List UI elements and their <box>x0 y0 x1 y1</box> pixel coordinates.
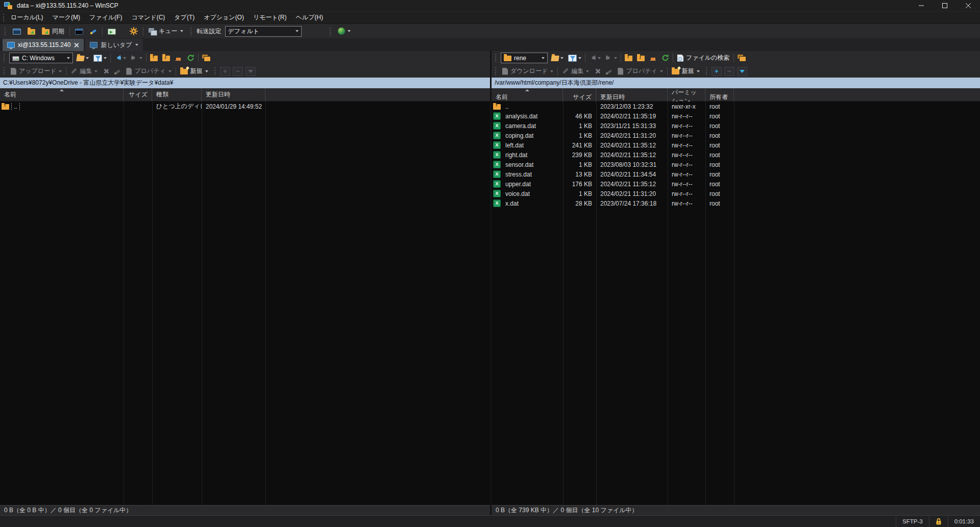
toolbar-grip[interactable] <box>190 28 191 35</box>
panels-layout-button[interactable] <box>11 27 22 36</box>
filter-button[interactable] <box>567 54 582 63</box>
maximize-button[interactable] <box>933 0 957 11</box>
menu-command[interactable]: コマンド(C) <box>127 11 170 24</box>
preferences-button[interactable] <box>128 26 139 36</box>
root-directory-button[interactable] <box>636 54 646 62</box>
home-directory-button[interactable] <box>648 54 658 62</box>
open-directory-button[interactable] <box>550 54 565 62</box>
menu-tab[interactable]: タブ(T) <box>169 11 199 24</box>
sort-ascending-icon <box>525 89 529 91</box>
table-row[interactable]: camera.dat1 KB2023/11/21 15:31:33rw-r--r… <box>492 121 980 131</box>
file-name: camera.dat <box>503 122 538 130</box>
root-directory-button[interactable] <box>161 54 171 62</box>
local-drive-combo[interactable]: C: Windows <box>9 53 73 63</box>
open-directory-button[interactable] <box>76 54 90 62</box>
transfer-settings-combo[interactable]: デフォルト <box>225 26 302 37</box>
table-row[interactable]: ..2023/12/03 1:23:32rwxr-xr-xroot <box>492 102 980 111</box>
file-name-cell: sensor.dat <box>492 161 563 168</box>
parent-directory-button[interactable] <box>624 54 633 62</box>
column-header-name[interactable]: 名前 <box>0 88 124 101</box>
column-header-type[interactable]: 種類 <box>152 88 202 101</box>
toolbar-grip[interactable] <box>706 67 707 75</box>
column-header-modified[interactable]: 更新日時 <box>202 88 265 101</box>
table-row[interactable]: coping.dat1 KB2024/02/21 11:31:20rw-r--r… <box>492 131 980 140</box>
filter-icon <box>568 55 577 62</box>
home-directory-button[interactable] <box>174 54 183 62</box>
column-header-size[interactable]: サイズ <box>124 88 152 101</box>
tab-session[interactable]: xi@133.55.115.240 <box>3 39 84 51</box>
queue-button[interactable]: キュー <box>147 26 185 37</box>
selection-filter-button[interactable] <box>737 67 747 76</box>
menu-remote[interactable]: リモート(R) <box>249 11 291 24</box>
transfer-window-button[interactable] <box>106 27 117 36</box>
table-row[interactable]: upper.dat176 KB2024/02/21 11:35:12rw-r--… <box>492 179 980 189</box>
toolbar-grip[interactable] <box>330 28 331 35</box>
tab-new[interactable]: 新しいタブ <box>85 39 142 51</box>
remote-file-list[interactable]: ..2023/12/03 1:23:32rwxr-xr-xrootanalysi… <box>492 102 980 505</box>
find-files-button[interactable]: ファイルの検索 <box>676 53 731 63</box>
table-row[interactable]: analysis.dat46 KB2024/02/21 11:35:19rw-r… <box>492 111 980 121</box>
table-row[interactable]: left.dat241 KB2024/02/21 11:35:12rw-r--r… <box>492 140 980 150</box>
selection-filter-button[interactable] <box>246 67 256 76</box>
forward-button[interactable] <box>604 55 618 61</box>
toolbar-grip[interactable] <box>4 67 5 75</box>
properties-button[interactable]: プロパティ <box>616 66 664 77</box>
open-putty-button[interactable] <box>88 27 99 36</box>
refresh-button[interactable] <box>186 53 195 63</box>
local-navigation-toolbar: C: Windows <box>0 51 490 65</box>
remote-directory-combo[interactable]: rene <box>501 53 548 63</box>
table-row[interactable]: sensor.dat1 KB2023/08/03 10:32:31rw-r--r… <box>492 160 980 169</box>
table-row[interactable]: x.dat28 KB2023/07/24 17:36:18rw-r--r--ro… <box>492 198 980 208</box>
table-row[interactable]: voice.dat1 KB2024/02/21 11:31:20rw-r--r-… <box>492 189 980 198</box>
menu-options[interactable]: オプション(O) <box>199 11 249 24</box>
delete-button[interactable] <box>102 67 110 76</box>
remote-path-bar[interactable]: /var/www/html/company/日本海倶楽部/rene/ <box>492 78 980 88</box>
filter-button[interactable] <box>92 54 108 63</box>
new-button[interactable]: 新規 <box>670 66 701 77</box>
toolbar-grip[interactable] <box>495 54 496 62</box>
toolbar-grip[interactable] <box>5 28 6 35</box>
local-file-list[interactable]: ..ひとつ上のディレクトリ2024/01/29 14:49:52 <box>0 102 490 505</box>
table-row[interactable]: right.dat239 KB2024/02/21 11:35:12rw-r--… <box>492 150 980 160</box>
minimize-button[interactable] <box>910 0 933 11</box>
toolbar-grip[interactable] <box>495 67 496 75</box>
new-button[interactable]: 新規 <box>179 66 210 77</box>
parent-directory-button[interactable] <box>149 54 159 62</box>
close-button[interactable] <box>957 0 980 11</box>
toolbar-grip[interactable] <box>214 67 215 75</box>
delete-button[interactable] <box>593 67 602 76</box>
select-files-button[interactable] <box>712 67 722 76</box>
toolbar-grip[interactable] <box>3 14 4 21</box>
edit-button[interactable]: 編集 <box>560 66 591 77</box>
file-name-cell: upper.dat <box>492 180 563 188</box>
column-header-filler <box>265 88 490 101</box>
properties-button[interactable]: プロパティ <box>125 66 173 77</box>
download-button[interactable]: ダウンロード <box>501 66 555 77</box>
change-permissions-button[interactable] <box>113 67 122 76</box>
sync-browsing-button[interactable] <box>26 27 37 36</box>
upload-button[interactable]: アップロード <box>9 66 63 77</box>
change-permissions-button[interactable] <box>604 67 614 76</box>
menu-help[interactable]: ヘルプ(H) <box>291 11 328 24</box>
table-row[interactable]: stress.dat13 KB2024/02/21 11:34:54rw-r--… <box>492 169 980 179</box>
forward-button[interactable] <box>130 55 143 61</box>
back-button[interactable] <box>113 55 127 61</box>
follow-symlinks-button[interactable] <box>737 54 747 63</box>
menu-file[interactable]: ファイル(F) <box>85 11 127 24</box>
open-terminal-button[interactable] <box>74 27 85 36</box>
close-tab-icon[interactable] <box>74 42 79 48</box>
toolbar-grip[interactable] <box>4 54 5 62</box>
unselect-files-button[interactable] <box>233 67 243 76</box>
follow-symlinks-button[interactable] <box>201 54 212 63</box>
back-button[interactable] <box>588 55 602 61</box>
session-color-button[interactable] <box>336 27 352 36</box>
local-path-bar[interactable]: C:¥Users¥8072y¥OneDrive - 富山県立大学¥実験データ¥d… <box>0 78 490 88</box>
menu-local[interactable]: ローカル(L) <box>6 11 48 24</box>
refresh-button[interactable] <box>660 53 670 63</box>
edit-button[interactable]: 編集 <box>69 66 99 77</box>
synchronize-button[interactable]: 同期 <box>40 26 66 37</box>
menu-mark[interactable]: マーク(M) <box>48 11 85 24</box>
unselect-files-button[interactable] <box>724 67 734 76</box>
select-files-button[interactable] <box>220 67 230 76</box>
table-row[interactable]: ..ひとつ上のディレクトリ2024/01/29 14:49:52 <box>0 102 490 111</box>
